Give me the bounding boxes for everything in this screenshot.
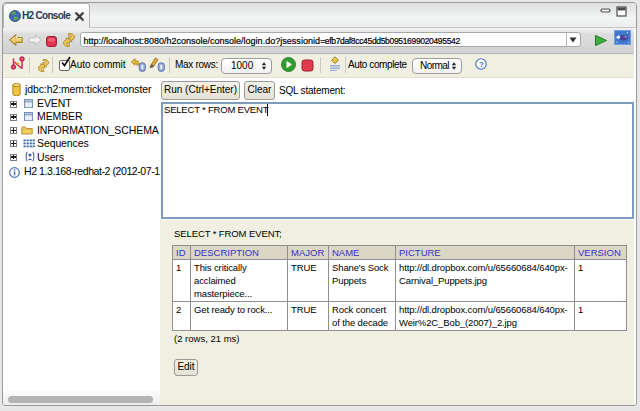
svg-text:?: ?: [479, 60, 484, 69]
